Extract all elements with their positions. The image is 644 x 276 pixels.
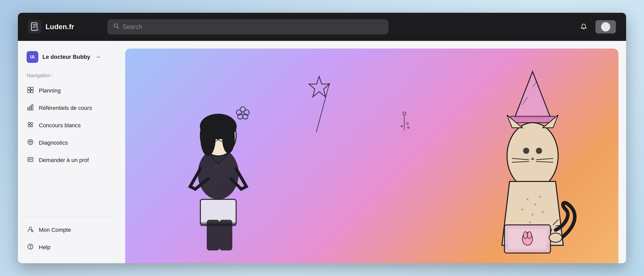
svg-text:L: L [37,29,38,31]
concours-label: Concours blancs [39,122,81,129]
hero-area [118,41,626,263]
svg-point-37 [406,123,408,125]
search-icon [113,23,119,30]
svg-point-71 [526,198,528,200]
svg-point-54 [220,186,222,187]
nav-items: Planning Référentiels de cours [23,83,112,216]
svg-point-61 [507,123,558,189]
compte-label: Mon Compte [39,227,71,233]
svg-point-73 [539,196,541,198]
logo-icon: L [28,20,41,33]
svg-point-64 [523,148,529,154]
sidebar-item-concours[interactable]: Concours blancs [23,117,112,134]
svg-point-22 [29,227,32,229]
svg-point-12 [31,122,33,124]
svg-rect-58 [510,116,556,123]
sidebar-item-demander[interactable]: Demander à un prof [23,152,112,168]
svg-rect-7 [31,90,33,93]
sparkle-decoration [397,111,412,134]
svg-point-38 [401,125,402,127]
sidebar-item-compte[interactable]: Mon Compte [23,222,112,238]
logo-text: Luden.fr [45,23,74,31]
ai-banner[interactable]: IA Le docteur Bubby → [23,49,112,65]
diagnostics-label: Diagnostics [39,140,68,146]
demander-label: Demander à un prof [39,157,89,164]
svg-point-39 [408,127,409,128]
diagnostics-icon [27,139,34,147]
svg-point-75 [532,214,534,216]
main-content: IA Le docteur Bubby → Navigation : [18,41,626,263]
svg-point-53 [216,181,218,182]
bell-button[interactable] [577,20,590,33]
svg-point-72 [534,203,536,205]
concours-icon [27,121,34,130]
search-input[interactable] [123,23,382,30]
svg-point-65 [536,148,542,154]
svg-rect-6 [28,90,30,93]
character-student [165,72,272,263]
svg-point-82 [523,232,527,239]
help-icon [27,243,34,251]
ai-label: Le docteur Bubby [42,54,90,60]
svg-point-74 [521,209,523,211]
ai-arrow: → [95,54,101,60]
svg-point-51 [219,176,220,177]
browser-window: L Luden.fr [18,13,626,263]
hero-image [125,49,618,263]
svg-rect-55 [207,220,220,250]
avatar-button[interactable] [595,20,616,33]
compte-icon [27,226,34,234]
svg-point-35 [403,112,406,115]
demander-icon [27,156,34,164]
planning-label: Planning [39,87,61,94]
svg-point-52 [223,170,224,172]
topbar-right [577,20,616,33]
logo-area: L Luden.fr [28,20,100,33]
sidebar-item-help[interactable]: Help [23,239,112,256]
svg-point-87 [549,233,562,242]
svg-rect-10 [32,105,33,110]
svg-point-15 [28,140,33,145]
svg-point-11 [28,122,30,124]
avatar [601,22,610,31]
svg-point-83 [527,232,532,239]
help-label: Help [39,244,50,251]
referentiels-label: Référentiels de cours [39,105,92,111]
svg-point-27 [30,248,31,249]
ai-badge: IA [27,51,38,63]
svg-rect-56 [220,220,232,250]
svg-point-17 [31,141,32,142]
svg-point-43 [200,120,216,156]
svg-point-19 [29,159,30,160]
topbar: L Luden.fr [18,13,626,41]
sidebar: IA Le docteur Bubby → Navigation : [18,41,118,263]
sidebar-item-referentiels[interactable]: Référentiels de cours [23,100,112,116]
sidebar-bottom: Mon Compte Help [23,216,112,256]
planning-icon [27,87,34,95]
svg-point-76 [542,211,544,213]
svg-rect-4 [28,87,30,90]
nav-section-label: Navigation : [23,72,112,79]
sidebar-item-diagnostics[interactable]: Diagnostics [23,135,112,151]
svg-point-44 [222,123,235,153]
svg-rect-9 [30,106,31,110]
referentiels-icon [27,104,34,112]
search-bar[interactable] [107,19,388,34]
svg-marker-57 [515,72,550,118]
svg-point-16 [29,141,30,142]
svg-point-13 [28,125,30,127]
svg-point-14 [31,125,33,127]
svg-point-50 [215,170,216,172]
character-wizard-cat [471,66,594,263]
svg-point-77 [529,221,531,223]
svg-rect-5 [31,87,33,90]
sidebar-item-planning[interactable]: Planning [23,83,112,99]
svg-rect-8 [28,108,29,110]
